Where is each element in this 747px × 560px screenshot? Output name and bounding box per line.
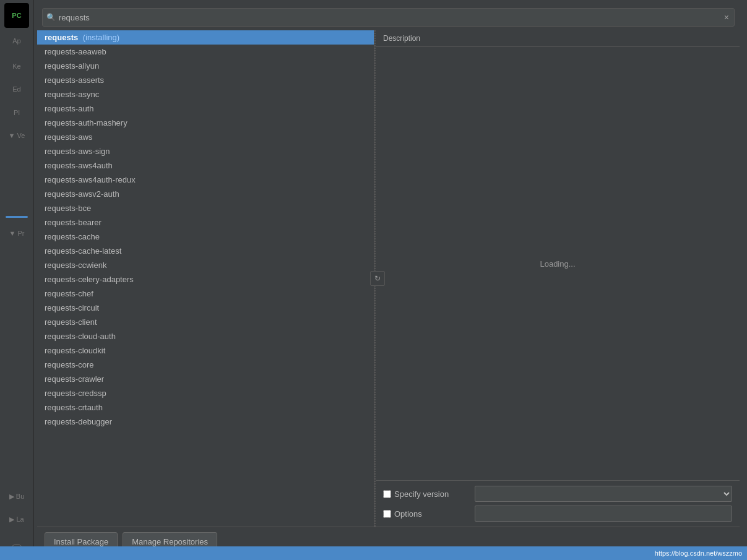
list-item[interactable]: requests-async	[37, 87, 374, 101]
list-item[interactable]: requests-ccwienk	[37, 258, 374, 272]
list-item[interactable]: requests-crtauth	[37, 400, 374, 415]
list-item[interactable]: requests-aws4auth-redux	[37, 173, 374, 187]
options-wrap: Options	[383, 509, 470, 519]
sidebar-label-ke: Ke	[10, 59, 23, 74]
version-row: Specify version	[383, 486, 732, 502]
list-item[interactable]: requests (installing)	[37, 30, 374, 45]
search-input[interactable]	[59, 13, 723, 22]
refresh-button-wrap: ↻	[370, 271, 385, 286]
bottom-options-area: Specify version Options	[376, 480, 740, 527]
package-manager-dialog: 🔍 × requests (installing)requests-aeaweb…	[37, 3, 740, 557]
list-item[interactable]: requests-auth-mashery	[37, 116, 374, 130]
list-item[interactable]: requests-chef	[37, 286, 374, 301]
list-item[interactable]: requests-cache-latest	[37, 244, 374, 258]
options-label[interactable]: Options	[394, 509, 422, 519]
list-item[interactable]: requests-awsv2-auth	[37, 187, 374, 201]
sidebar-label-ed: Ed	[10, 82, 23, 97]
search-icon: 🔍	[46, 13, 56, 22]
refresh-button[interactable]: ↻	[370, 271, 385, 286]
version-select[interactable]	[475, 486, 732, 502]
sidebar-label-app: Ap	[10, 34, 23, 48]
sidebar-label-pl: Pl	[11, 106, 22, 120]
specify-version-wrap: Specify version	[383, 489, 470, 499]
list-item[interactable]: requests-circuit	[37, 301, 374, 315]
options-checkbox[interactable]	[383, 510, 391, 518]
package-list: requests (installing)requests-aeawebrequ…	[37, 30, 374, 527]
sidebar-label-ve: ▼ Ve	[6, 129, 28, 143]
search-clear-button[interactable]: ×	[723, 12, 730, 22]
sidebar-label-la: ▶ La	[7, 512, 26, 527]
specify-version-checkbox[interactable]	[383, 490, 391, 498]
list-item[interactable]: requests-debugger	[37, 415, 374, 429]
options-row: Options	[383, 506, 732, 522]
content-area: requests (installing)requests-aeawebrequ…	[37, 30, 740, 527]
list-item[interactable]: requests-core	[37, 358, 374, 372]
list-item[interactable]: requests-aws	[37, 130, 374, 144]
sidebar: PC Ap Ke Ed Pl ▼ Ve ▼ Pr ▶ Bu ▶ La ?	[0, 0, 34, 560]
loading-text: Loading...	[540, 259, 575, 269]
list-item[interactable]: requests-bearer	[37, 215, 374, 230]
list-item[interactable]: requests-aws-sign	[37, 144, 374, 158]
description-header: Description	[376, 30, 740, 47]
list-item[interactable]: requests-cache	[37, 230, 374, 244]
search-bar: 🔍 ×	[42, 8, 735, 27]
list-item[interactable]: requests-celery-adapters	[37, 272, 374, 286]
list-item[interactable]: requests-credssp	[37, 386, 374, 400]
list-item[interactable]: requests-auth	[37, 101, 374, 116]
list-item[interactable]: requests-aeaweb	[37, 45, 374, 59]
sidebar-label-pr: ▼ Pr	[7, 226, 27, 241]
list-item[interactable]: requests-cloud-auth	[37, 329, 374, 343]
sidebar-label-bu: ▶ Bu	[7, 489, 27, 504]
description-body: Loading...	[376, 47, 740, 480]
list-item[interactable]: requests-asserts	[37, 73, 374, 87]
specify-version-label[interactable]: Specify version	[394, 489, 449, 499]
status-url: https://blog.csdn.net/wszzmo	[655, 549, 742, 557]
list-item[interactable]: requests-aws4auth	[37, 158, 374, 173]
app-logo: PC	[4, 3, 29, 28]
package-list-container: requests (installing)requests-aeawebrequ…	[37, 30, 374, 527]
list-item[interactable]: requests-crawler	[37, 372, 374, 386]
list-item[interactable]: requests-cloudkit	[37, 343, 374, 358]
list-item[interactable]: requests-client	[37, 315, 374, 329]
status-bar: https://blog.csdn.net/wszzmo	[0, 546, 747, 560]
options-input[interactable]	[475, 506, 732, 522]
list-item[interactable]: requests-bce	[37, 201, 374, 215]
description-panel: Description Loading... Specify version	[376, 30, 740, 527]
list-item[interactable]: requests-aliyun	[37, 59, 374, 73]
